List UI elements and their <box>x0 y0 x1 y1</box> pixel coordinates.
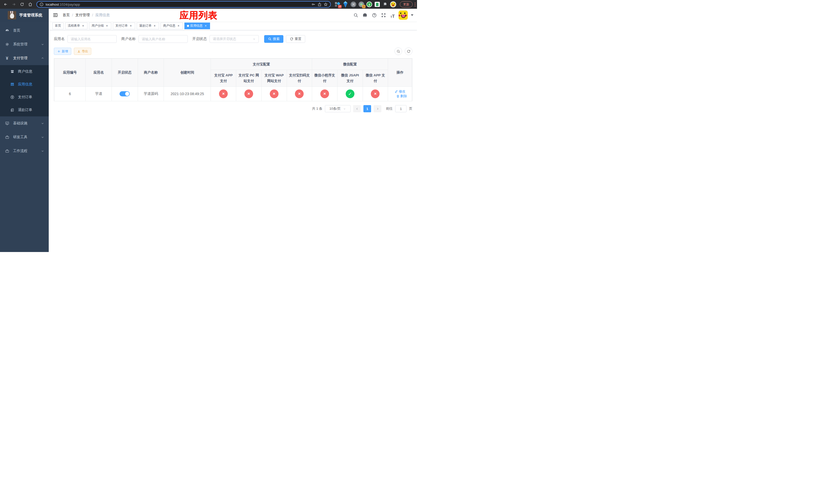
help-icon[interactable] <box>371 12 377 19</box>
cross-circle-icon: × <box>219 90 228 98</box>
sidebar-fold-icon[interactable] <box>53 12 59 18</box>
notes-extension-icon[interactable] <box>374 1 380 7</box>
command-extension-icon[interactable]: ⌘ <box>350 1 356 7</box>
breadcrumb-payment[interactable]: 支付管理 <box>75 13 90 18</box>
tab-label: 首页 <box>55 24 61 28</box>
fullscreen-icon[interactable] <box>380 12 387 19</box>
sidebar-item-label: 退款订单 <box>18 108 45 112</box>
sidebar-item-workflow[interactable]: 工作流程 <box>0 144 49 158</box>
user-avatar[interactable] <box>398 10 408 20</box>
toggle-search-button[interactable] <box>394 47 402 55</box>
cell-operations: 修改 删除 <box>388 87 412 101</box>
sidebar-item-merchant-info[interactable]: 商户信息 <box>0 65 49 78</box>
sidebar-item-label: 研发工具 <box>13 135 41 139</box>
extensions-puzzle-icon[interactable] <box>382 1 388 7</box>
refresh-button[interactable] <box>405 47 412 55</box>
merchant-name-input[interactable] <box>138 35 188 43</box>
github-icon[interactable] <box>361 12 368 19</box>
table-toolbar: 新增 导出 <box>54 47 412 55</box>
sidebar-item-infrastructure[interactable]: 基础设施 <box>0 116 49 130</box>
status-select[interactable]: 请选择开启状态 <box>210 35 259 43</box>
cell-status <box>112 87 138 101</box>
tab-merchant-info[interactable]: 商户信息× <box>160 23 183 29</box>
cell-wx-mini-status: × <box>312 87 337 101</box>
navbar-actions: TT <box>352 10 413 20</box>
goto-page-input[interactable] <box>395 105 407 112</box>
search-button[interactable]: 搜索 <box>264 35 283 43</box>
close-icon[interactable]: × <box>153 24 156 28</box>
search-icon[interactable] <box>352 12 359 19</box>
delete-link[interactable]: 删除 <box>396 94 407 98</box>
edit-link[interactable]: 修改 <box>395 89 405 94</box>
sidebar-item-payment[interactable]: ¥ 支付管理 <box>0 51 49 65</box>
red-annotation-text: 应用列表 <box>179 9 218 22</box>
tab-refund-orders[interactable]: 退款订单× <box>137 23 159 29</box>
cell-created: 2021-10-23 08:49:25 <box>164 87 211 101</box>
close-icon[interactable]: × <box>177 24 180 28</box>
browser-forward-icon[interactable] <box>10 1 18 8</box>
sidebar-item-system[interactable]: 系统管理 <box>0 38 49 51</box>
export-button[interactable]: 导出 <box>74 48 91 55</box>
chrome-update-button[interactable]: 更新 <box>400 1 413 7</box>
page-size-select[interactable]: 10条/页 <box>325 105 351 112</box>
password-key-icon[interactable] <box>311 2 315 6</box>
sidebar-item-pay-orders[interactable]: 支付订单 <box>0 91 49 104</box>
browser-reload-icon[interactable] <box>19 1 26 8</box>
browser-menu-icon[interactable] <box>415 1 415 7</box>
kite-extension-icon[interactable] <box>343 1 349 7</box>
tab-app-info[interactable]: 应用信息× <box>184 23 210 29</box>
col-header-alipay-wap: 支付宝 WAP 网站支付 <box>261 70 287 87</box>
tab-pay-orders[interactable]: 支付订单× <box>113 23 135 29</box>
chevron-up-icon <box>41 56 45 60</box>
prev-page-button[interactable] <box>353 105 361 112</box>
add-button[interactable]: 新增 <box>54 48 71 55</box>
sidebar-item-refund-orders[interactable]: 退款订单 <box>0 104 49 116</box>
goto-label: 前往 <box>386 107 393 111</box>
user-menu-caret-icon[interactable] <box>411 14 413 16</box>
share-icon[interactable] <box>317 2 322 6</box>
status-select-placeholder: 请选择开启状态 <box>213 37 236 41</box>
tab-process-form[interactable]: 流程表单× <box>65 23 87 29</box>
grid-icon <box>10 82 14 86</box>
reset-button[interactable]: 重置 <box>286 35 305 43</box>
col-header-alipay-app: 支付宝 APP 支付 <box>211 70 236 87</box>
chevron-down-icon <box>41 121 45 125</box>
payment-submenu: 商户信息 应用信息 支付订单 <box>0 65 49 116</box>
recorder-extension-icon[interactable]: 1 <box>358 1 365 7</box>
close-icon[interactable]: × <box>81 24 85 28</box>
group-header-wechat: 微信配置 <box>312 59 388 70</box>
monitor-icon <box>5 121 9 125</box>
tab-label: 流程表单 <box>68 24 80 28</box>
yen-icon: ¥ <box>5 56 9 61</box>
browser-back-icon[interactable] <box>2 1 9 8</box>
profile-avatar-icon[interactable] <box>390 1 396 7</box>
sidebar-item-app-info[interactable]: 应用信息 <box>0 78 49 91</box>
devtools-extension-icon[interactable]: 10 <box>334 1 341 7</box>
reset-button-label: 重置 <box>295 37 301 41</box>
gear-icon <box>5 42 9 46</box>
font-size-icon[interactable]: TT <box>389 12 396 19</box>
bookmark-star-icon[interactable] <box>324 2 328 6</box>
close-icon[interactable]: × <box>204 24 207 28</box>
sidebar-item-home[interactable]: 首页 <box>0 24 49 38</box>
tab-user-group[interactable]: 用户分组× <box>89 23 111 29</box>
browser-home-icon[interactable] <box>27 1 34 8</box>
breadcrumb-home[interactable]: 首页 <box>63 13 70 18</box>
cell-wx-jsapi-status: ✓ <box>337 87 363 101</box>
y-extension-icon[interactable]: y <box>366 1 372 7</box>
address-bar[interactable]: localhost:1024/pay/app <box>37 1 331 8</box>
page-number-button[interactable]: 1 <box>364 105 371 112</box>
close-icon[interactable]: × <box>129 24 133 28</box>
tab-home[interactable]: 首页 <box>52 23 64 29</box>
sidebar-item-dev-tools[interactable]: 研发工具 <box>0 130 49 144</box>
close-icon[interactable]: × <box>105 24 109 28</box>
status-toggle[interactable] <box>119 91 130 96</box>
edit-link-label: 修改 <box>399 89 405 94</box>
app-name-input[interactable] <box>67 35 117 43</box>
check-circle-icon: ✓ <box>346 90 354 98</box>
url-path: :1024/pay/app <box>59 3 80 6</box>
site-info-icon[interactable] <box>40 2 44 6</box>
app-name-label: 应用名 <box>54 37 65 41</box>
app-logo[interactable]: 芋道管理系统 <box>0 9 49 22</box>
next-page-button[interactable] <box>374 105 381 112</box>
